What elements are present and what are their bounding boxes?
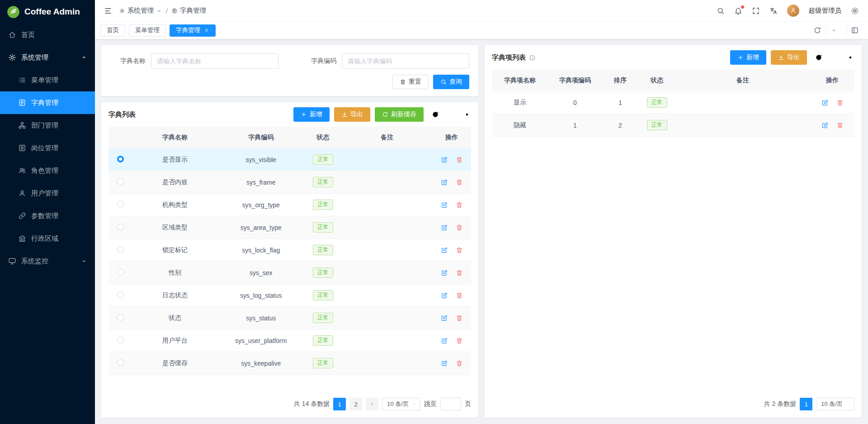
row-radio[interactable]	[117, 291, 124, 298]
page-1-button[interactable]: 1	[333, 398, 346, 410]
delete-icon[interactable]	[456, 292, 463, 299]
edit-icon[interactable]	[441, 247, 448, 254]
row-radio[interactable]	[117, 224, 124, 230]
edit-icon[interactable]	[441, 156, 448, 163]
delete-icon[interactable]	[456, 360, 463, 367]
jump-page-input[interactable]	[440, 398, 461, 410]
breadcrumb-parent[interactable]: 系统管理	[119, 6, 162, 15]
column-header: 字典编码	[218, 133, 304, 142]
row-radio[interactable]	[117, 359, 124, 366]
refresh-table-icon[interactable]	[815, 53, 823, 62]
dict-code-input[interactable]	[342, 53, 469, 69]
edit-icon[interactable]	[441, 292, 448, 299]
column-settings-icon[interactable]	[447, 110, 455, 119]
notification-badge	[741, 5, 744, 9]
delete-icon[interactable]	[456, 337, 463, 344]
avatar[interactable]	[787, 5, 799, 17]
dict-table-row[interactable]: 日志状态 sys_log_status 正常	[108, 284, 471, 307]
dict-table-row[interactable]: 机构类型 sys_org_type 正常	[108, 194, 471, 216]
sidebar-item-post-mgmt[interactable]: 岗位管理	[0, 137, 95, 159]
edit-icon[interactable]	[441, 337, 448, 344]
delete-icon[interactable]	[836, 99, 844, 106]
settings-gear-icon[interactable]	[851, 7, 859, 15]
sidebar-item-role-mgmt[interactable]: 角色管理	[0, 159, 95, 182]
add-dict-button[interactable]: 新增	[293, 107, 330, 122]
sidebar-group-monitor[interactable]: 系统监控	[0, 250, 95, 272]
row-radio[interactable]	[117, 314, 124, 321]
dict-table-row[interactable]: 区域类型 sys_area_type 正常	[108, 216, 471, 239]
breadcrumb-current[interactable]: 字典管理	[172, 6, 206, 15]
item-table-row[interactable]: 隐藏 1 2 正常	[492, 114, 854, 137]
column-settings-icon[interactable]	[830, 53, 839, 62]
row-radio[interactable]	[117, 178, 124, 185]
search-icon[interactable]	[717, 7, 725, 15]
delete-icon[interactable]	[456, 314, 463, 322]
refresh-cache-button[interactable]: 刷新缓存	[375, 107, 424, 122]
page-2-button[interactable]: 2	[349, 398, 362, 410]
dict-table-row[interactable]: 是否内嵌 sys_frame 正常	[108, 171, 471, 194]
dict-name-input[interactable]	[151, 53, 278, 69]
fullscreen-icon[interactable]	[752, 7, 760, 15]
edit-icon[interactable]	[821, 122, 829, 129]
refresh-table-icon[interactable]	[431, 110, 439, 119]
page-size-select[interactable]: 10 条/页	[382, 398, 420, 410]
refresh-tab-button[interactable]	[809, 24, 826, 37]
close-icon[interactable]	[204, 28, 209, 33]
item-table-row[interactable]: 显示 0 1 正常	[492, 91, 854, 114]
reset-button[interactable]: 重置	[392, 75, 429, 89]
edit-icon[interactable]	[441, 269, 448, 276]
delete-icon[interactable]	[456, 201, 463, 209]
add-item-button[interactable]: 新增	[730, 50, 766, 65]
sidebar-item-user-mgmt[interactable]: 用户管理	[0, 182, 95, 205]
table-settings-icon[interactable]	[463, 110, 471, 119]
delete-icon[interactable]	[456, 156, 463, 163]
row-radio[interactable]	[117, 156, 124, 162]
sidebar-item-param-mgmt[interactable]: 参数管理	[0, 205, 95, 227]
edit-icon[interactable]	[441, 201, 448, 209]
edit-icon[interactable]	[441, 314, 448, 322]
sidebar-group-system[interactable]: 系统管理	[0, 46, 95, 69]
delete-icon[interactable]	[456, 179, 463, 186]
dict-name-cell: 区域类型	[132, 224, 218, 232]
collapse-sidebar-icon[interactable]	[104, 7, 112, 15]
dict-table-row[interactable]: 状态 sys_status 正常	[108, 307, 471, 329]
row-radio[interactable]	[117, 246, 124, 253]
dict-table-row[interactable]: 是否缓存 sys_keepalive 正常	[108, 352, 471, 375]
dict-table-row[interactable]: 是否显示 sys_visible 正常	[108, 148, 471, 171]
dict-table-row[interactable]: 用户平台 sys_user_platform 正常	[108, 329, 471, 352]
export-dict-button[interactable]: 导出	[334, 107, 370, 122]
delete-icon[interactable]	[456, 269, 463, 276]
row-radio[interactable]	[117, 337, 124, 343]
table-settings-icon[interactable]	[846, 53, 854, 62]
sidebar-item-dict-mgmt[interactable]: 字典管理	[0, 91, 95, 114]
tab-menu-mgmt[interactable]: 菜单管理	[129, 24, 166, 37]
search-button[interactable]: 查询	[433, 75, 469, 89]
sidebar-item-dept-mgmt[interactable]: 部门管理	[0, 114, 95, 137]
tab-home[interactable]: 首页	[100, 24, 125, 37]
layout-toggle-button[interactable]	[846, 24, 863, 37]
edit-icon[interactable]	[441, 360, 448, 367]
next-page-button[interactable]	[366, 398, 378, 410]
delete-icon[interactable]	[836, 122, 844, 129]
translate-icon[interactable]	[769, 7, 778, 15]
tab-options-button[interactable]	[826, 24, 842, 37]
delete-icon[interactable]	[456, 224, 463, 231]
dict-table-row[interactable]: 性别 sys_sex 正常	[108, 262, 471, 284]
sidebar-item-home[interactable]: 首页	[0, 24, 95, 46]
username[interactable]: 超级管理员	[809, 6, 842, 15]
dict-table-row[interactable]: 锁定标记 sys_lock_flag 正常	[108, 239, 471, 262]
sidebar-item-menu-mgmt[interactable]: 菜单管理	[0, 69, 95, 91]
row-radio[interactable]	[117, 201, 124, 208]
sidebar-item-region-mgmt[interactable]: 行政区域	[0, 227, 95, 250]
edit-icon[interactable]	[821, 99, 829, 106]
info-icon[interactable]	[529, 54, 536, 61]
edit-icon[interactable]	[441, 224, 448, 231]
page-1-button[interactable]: 1	[800, 398, 812, 410]
notifications-button[interactable]	[734, 7, 742, 15]
tab-dict-mgmt[interactable]: 字典管理	[170, 24, 216, 37]
row-radio[interactable]	[117, 269, 124, 276]
edit-icon[interactable]	[441, 179, 448, 186]
export-item-button[interactable]: 导出	[771, 50, 807, 65]
delete-icon[interactable]	[456, 247, 463, 254]
page-size-select[interactable]: 10 条/页	[816, 398, 854, 410]
